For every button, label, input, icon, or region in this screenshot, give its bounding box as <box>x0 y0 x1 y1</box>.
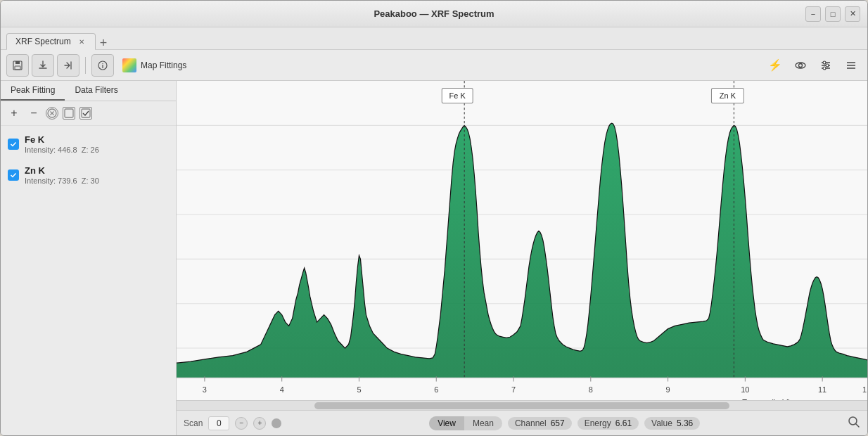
svg-text:9: 9 <box>666 385 670 394</box>
mean-button[interactable]: Mean <box>464 416 502 430</box>
info-button[interactable]: i <box>91 54 114 77</box>
svg-rect-1 <box>15 61 20 64</box>
chart-container[interactable]: Fe K Zn K 3 <box>177 81 867 400</box>
sliders-button[interactable] <box>815 55 836 76</box>
eye-button[interactable] <box>790 55 811 76</box>
svg-text:7: 7 <box>511 385 516 394</box>
map-fittings-button[interactable]: Map Fittings <box>117 56 192 75</box>
energy-value: 6.61 <box>615 418 632 428</box>
save-button[interactable] <box>6 54 29 77</box>
svg-text:3: 3 <box>203 385 207 394</box>
svg-text:i: i <box>102 63 104 70</box>
svg-text:Fe K: Fe K <box>449 91 466 100</box>
svg-text:1: 1 <box>862 385 867 394</box>
svg-text:10: 10 <box>741 385 749 394</box>
element-list: Fe K Intensity: 446.8 Z: 26 Zn K Intensi… <box>1 126 176 435</box>
show-all-button[interactable] <box>79 107 92 120</box>
toolbar: i Map Fittings ⚡ <box>1 50 867 81</box>
chart-area: Fe K Zn K 3 <box>177 81 867 435</box>
statusbar: Scan 0 − + View Mean Channel 657 Energy … <box>177 410 867 435</box>
svg-point-10 <box>823 61 826 64</box>
zn-k-name: Zn K <box>25 165 169 176</box>
tab-label: XRF Spectrum <box>15 37 71 46</box>
scan-value[interactable]: 0 <box>208 416 229 430</box>
svg-text:Zn K: Zn K <box>720 91 736 100</box>
zn-k-checkbox[interactable] <box>8 169 19 181</box>
add-element-button[interactable]: + <box>6 105 22 121</box>
view-mean-toggle[interactable]: View Mean <box>429 416 502 430</box>
channel-label: Channel <box>515 418 547 428</box>
svg-text:6: 6 <box>434 385 438 394</box>
fe-k-checkbox[interactable] <box>8 139 19 150</box>
element-item-zn-k[interactable]: Zn K Intensity: 739.6 Z: 30 <box>1 160 176 191</box>
toolbar-separator <box>85 57 86 74</box>
chart-scrollbar[interactable] <box>177 400 867 410</box>
export-button[interactable] <box>57 54 79 77</box>
toolbar-right: ⚡ <box>765 55 862 76</box>
svg-rect-2 <box>15 66 20 70</box>
map-fittings-label: Map Fittings <box>141 60 186 70</box>
tab-add-button[interactable]: + <box>96 37 112 49</box>
element-item-fe-k[interactable]: Fe K Intensity: 446.8 Z: 26 <box>1 129 176 160</box>
spectrum-chart: Fe K Zn K 3 <box>177 81 867 400</box>
svg-text:5: 5 <box>357 385 361 394</box>
map-icon <box>122 58 136 72</box>
fe-k-info: Fe K Intensity: 446.8 Z: 26 <box>25 134 169 154</box>
tab-peak-fitting[interactable]: Peak Fitting <box>1 81 65 101</box>
scan-decrease-button[interactable]: − <box>235 417 248 430</box>
scan-status-dot <box>272 418 281 428</box>
channel-value: 657 <box>551 418 565 428</box>
menu-button[interactable] <box>841 55 862 76</box>
view-button[interactable]: View <box>429 416 464 430</box>
scan-increase-button[interactable]: + <box>253 417 266 430</box>
svg-text:4: 4 <box>280 385 284 394</box>
value-value: 5.36 <box>677 418 693 428</box>
energy-label: Energy <box>585 418 611 428</box>
tab-data-filters[interactable]: Data Filters <box>65 81 127 101</box>
svg-text:11: 11 <box>818 385 826 394</box>
clear-elements-button[interactable] <box>46 107 58 120</box>
window-controls: − □ ✕ <box>805 6 860 22</box>
svg-text:8: 8 <box>589 385 593 394</box>
svg-point-11 <box>826 64 829 67</box>
scrollbar-thumb[interactable] <box>314 402 729 409</box>
svg-rect-20 <box>82 109 90 117</box>
energy-pill: Energy 6.61 <box>577 417 639 430</box>
main-content: Peak Fitting Data Filters + − <box>1 81 867 435</box>
search-button[interactable] <box>848 416 860 431</box>
svg-line-55 <box>856 423 860 427</box>
fe-k-details: Intensity: 446.8 Z: 26 <box>25 146 169 154</box>
download-button[interactable] <box>32 54 54 77</box>
panel-tabs: Peak Fitting Data Filters <box>1 81 176 101</box>
tab-close-button[interactable]: ✕ <box>77 37 87 46</box>
left-panel: Peak Fitting Data Filters + − <box>1 81 177 435</box>
zn-k-details: Intensity: 739.6 Z: 30 <box>25 177 169 185</box>
value-label: Value <box>651 418 672 428</box>
svg-rect-19 <box>65 109 73 117</box>
svg-point-6 <box>799 63 803 67</box>
main-window: Peakaboo — XRF Spectrum − □ ✕ XRF Spectr… <box>0 0 868 436</box>
close-button[interactable]: ✕ <box>845 6 860 22</box>
zn-k-info: Zn K Intensity: 739.6 Z: 30 <box>25 165 169 185</box>
hide-all-button[interactable] <box>63 107 75 120</box>
tab-xrf-spectrum[interactable]: XRF Spectrum ✕ <box>6 33 96 50</box>
minimize-button[interactable]: − <box>805 6 821 22</box>
channel-pill: Channel 657 <box>508 417 572 430</box>
value-pill: Value 5.36 <box>644 417 700 430</box>
panel-actions: + − <box>1 101 176 126</box>
remove-element-button[interactable]: − <box>26 105 42 121</box>
svg-point-12 <box>823 67 826 70</box>
tabbar: XRF Spectrum ✕ + <box>1 27 867 50</box>
fe-k-name: Fe K <box>25 134 169 145</box>
window-title: Peakaboo — XRF Spectrum <box>374 8 494 19</box>
lightning-button[interactable]: ⚡ <box>765 55 786 76</box>
scan-label: Scan <box>184 418 203 428</box>
maximize-button[interactable]: □ <box>825 6 841 22</box>
titlebar: Peakaboo — XRF Spectrum − □ ✕ <box>1 1 867 27</box>
